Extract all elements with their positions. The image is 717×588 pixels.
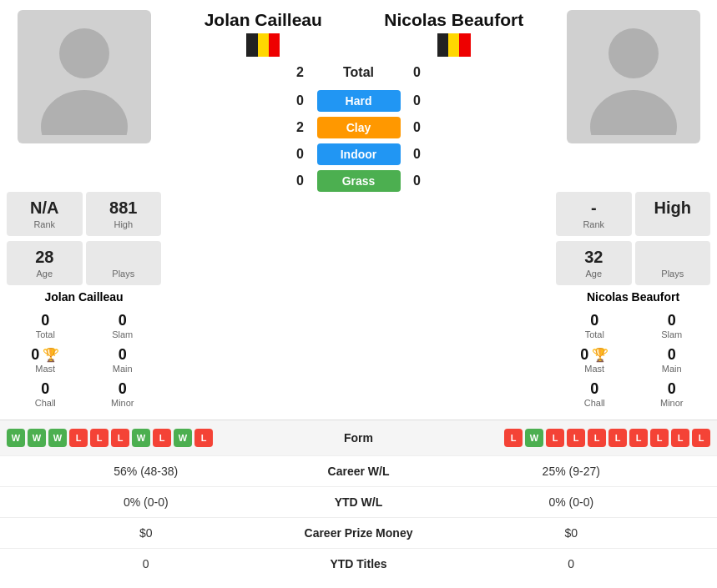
hard-score-right: 0: [407, 93, 427, 108]
left-flag: [246, 33, 280, 57]
career-wl-left: 56% (48-38): [17, 465, 275, 478]
left-age-value: 28: [10, 248, 79, 267]
left-stat-boxes: N/A Rank 881 High 28 Age Plays: [7, 192, 161, 413]
right-player-title: Nicolas Beaufort: [384, 10, 523, 30]
right-name-label: Nicolas Beaufort: [556, 290, 710, 304]
ytd-titles-row: 0 YTD Titles 0: [0, 548, 717, 579]
page-header: Jolan Cailleau Nicolas Beaufort 2 Total …: [0, 0, 717, 192]
form-badge-l: L: [90, 429, 109, 447]
right-stat-boxes: - Rank High 32 Age Plays Nico: [556, 192, 710, 413]
right-chall-val: 0: [558, 380, 632, 398]
right-main-val: 0: [635, 346, 709, 364]
left-name-label: Jolan Cailleau: [7, 290, 161, 304]
form-badge-l: L: [692, 429, 710, 447]
left-player-avatar: [18, 10, 151, 143]
right-player-stats: 0 Total 0 Slam 0 🏆 Mast 0 Main: [556, 307, 710, 413]
left-rank-box: N/A Rank: [7, 192, 83, 236]
total-score-left: 2: [290, 65, 311, 80]
right-high-value: High: [639, 199, 708, 218]
center-panel: Jolan Cailleau Nicolas Beaufort 2 Total …: [168, 10, 549, 192]
left-chall-stat: 0 Chall: [7, 379, 84, 410]
right-flag: [437, 33, 471, 57]
right-mast-stat: 0 🏆 Mast: [556, 344, 634, 375]
prize-money-left: $0: [17, 526, 275, 540]
clay-score-left: 2: [290, 120, 311, 135]
total-row: 2 Total 0: [290, 65, 427, 80]
form-badge-l: L: [588, 429, 606, 447]
left-minor-val: 0: [86, 380, 160, 398]
main-container: Jolan Cailleau Nicolas Beaufort 2 Total …: [0, 0, 717, 579]
form-section: WWWLLLWLWL Form LWLLLLLLLL: [0, 420, 717, 455]
left-main-val: 0: [86, 346, 160, 364]
left-plays-label: Plays: [89, 269, 159, 279]
left-total-val: 0: [8, 312, 83, 329]
left-high-box: 881 High: [86, 192, 162, 236]
left-minor-stat: 0 Minor: [84, 379, 162, 410]
surface-rows: 0 Hard 0 2 Clay 0 0 Indoor 0 0 Grass: [168, 90, 549, 192]
left-rank-value: N/A: [10, 199, 79, 218]
left-player-title: Jolan Cailleau: [204, 10, 322, 30]
form-badge-l: L: [650, 429, 669, 447]
form-badge-l: L: [567, 429, 585, 447]
right-rank-label: Rank: [559, 219, 629, 229]
hard-score-left: 0: [290, 93, 311, 108]
form-badge-l: L: [629, 429, 648, 447]
ytd-wl-label: YTD W/L: [275, 495, 442, 509]
left-age-box: 28 Age: [7, 241, 83, 285]
left-rank-label: Rank: [10, 219, 79, 229]
career-wl-right: 25% (9-27): [442, 465, 701, 478]
form-badge-l: L: [671, 429, 689, 447]
right-total-val: 0: [558, 312, 632, 329]
right-age-box: 32 Age: [556, 241, 632, 285]
left-name-flag: Jolan Cailleau: [168, 10, 359, 57]
indoor-button[interactable]: Indoor: [317, 143, 401, 165]
form-badge-w: W: [28, 429, 46, 447]
left-mast-val: 0 🏆: [8, 346, 83, 364]
form-badge-l: L: [111, 429, 129, 447]
grass-score-right: 0: [407, 173, 427, 188]
hard-button[interactable]: Hard: [317, 90, 401, 112]
total-label: Total: [317, 65, 401, 80]
career-wl-label: Career W/L: [275, 465, 442, 478]
right-minor-val: 0: [635, 380, 709, 398]
form-badge-l: L: [69, 429, 88, 447]
right-player-header: [556, 10, 710, 192]
right-minor-stat: 0 Minor: [634, 379, 711, 410]
grass-button[interactable]: Grass: [317, 170, 401, 192]
ytd-wl-row: 0% (0-0) YTD W/L 0% (0-0): [0, 486, 717, 517]
career-wl-row: 56% (48-38) Career W/L 25% (9-27): [0, 455, 717, 486]
left-player-stats: 0 Total 0 Slam 0 🏆 Mast 0 Main: [7, 307, 161, 413]
prize-money-row: $0 Career Prize Money $0: [0, 517, 717, 548]
svg-point-1: [41, 90, 128, 135]
form-badge-w: W: [48, 429, 67, 447]
clay-button[interactable]: Clay: [317, 117, 401, 138]
right-plays-value: [639, 248, 708, 267]
left-main-stat: 0 Main: [84, 344, 162, 375]
left-slam-val: 0: [86, 312, 160, 329]
ytd-wl-left: 0% (0-0): [17, 495, 275, 509]
right-name-flag: Nicolas Beaufort: [359, 10, 550, 57]
right-plays-label: Plays: [639, 269, 708, 279]
right-chall-stat: 0 Chall: [556, 379, 634, 410]
left-player-header: [7, 10, 161, 192]
right-slam-val: 0: [635, 312, 709, 329]
svg-point-3: [590, 90, 677, 135]
right-age-value: 32: [559, 248, 629, 267]
right-main-stat: 0 Main: [634, 344, 711, 375]
form-badge-w: W: [7, 429, 25, 447]
form-badge-w: W: [132, 429, 150, 447]
form-badge-w: W: [174, 429, 192, 447]
right-rank-value: -: [559, 199, 629, 218]
ytd-titles-label: YTD Titles: [275, 557, 442, 570]
right-rank-box: - Rank: [556, 192, 632, 236]
surface-clay-row: 2 Clay 0: [168, 117, 549, 138]
right-total-stat: 0 Total: [556, 310, 634, 341]
svg-point-2: [608, 28, 659, 78]
left-high-value: 881: [89, 199, 159, 218]
grass-score-left: 0: [290, 173, 311, 188]
right-slam-stat: 0 Slam: [634, 310, 711, 341]
left-form-badges: WWWLLLWLWL: [7, 429, 213, 447]
form-badge-l: L: [546, 429, 564, 447]
right-form-badges: LWLLLLLLLL: [504, 429, 710, 447]
prize-money-right: $0: [442, 526, 701, 540]
